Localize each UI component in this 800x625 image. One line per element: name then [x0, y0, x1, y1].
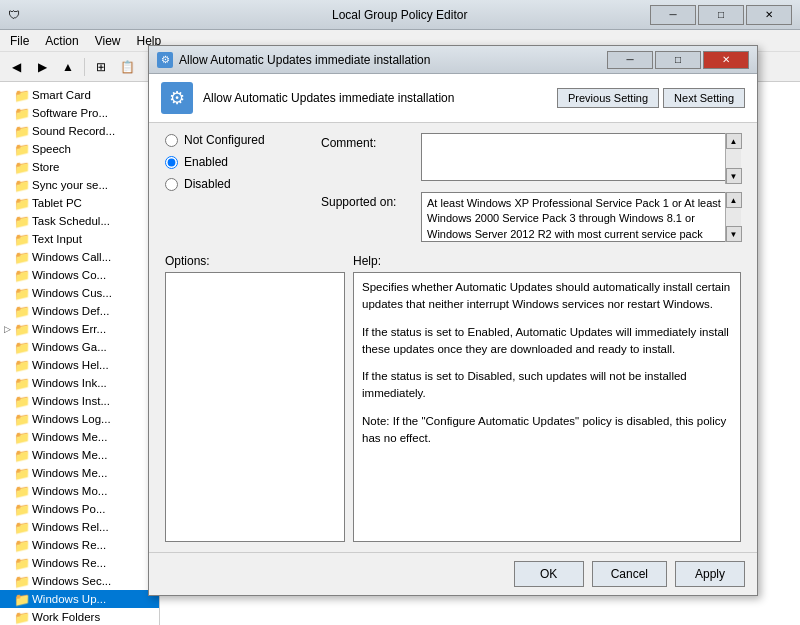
help-para-3: If the status is set to Disabled, such u…: [362, 368, 732, 403]
form-fields: Comment: ▲ ▼ Supported on:: [321, 133, 741, 250]
comment-label: Comment:: [321, 133, 421, 150]
help-para-1: Specifies whether Automatic Updates shou…: [362, 279, 732, 314]
dialog-nav-buttons: Previous Setting Next Setting: [557, 88, 745, 108]
cancel-button[interactable]: Cancel: [592, 561, 667, 587]
not-configured-radio[interactable]: [165, 134, 178, 147]
options-label: Options:: [165, 254, 345, 268]
dialog-body: Not Configured Enabled Disabled Comment:: [149, 123, 757, 552]
scroll-up-arrow[interactable]: ▲: [726, 133, 742, 149]
radio-enabled[interactable]: Enabled: [165, 155, 305, 169]
help-box: Specifies whether Automatic Updates shou…: [353, 272, 741, 542]
options-section: Options:: [165, 254, 345, 542]
ok-button[interactable]: OK: [514, 561, 584, 587]
next-setting-button[interactable]: Next Setting: [663, 88, 745, 108]
supported-scroll-up[interactable]: ▲: [726, 192, 742, 208]
dialog-title-bar: ⚙ Allow Automatic Updates immediate inst…: [149, 46, 757, 74]
dialog-title-controls: ─ □ ✕: [607, 51, 749, 69]
dialog-close-button[interactable]: ✕: [703, 51, 749, 69]
supported-scroll-down[interactable]: ▼: [726, 226, 742, 242]
comment-row: Comment: ▲ ▼: [321, 133, 741, 184]
supported-label: Supported on:: [321, 192, 421, 209]
radio-disabled[interactable]: Disabled: [165, 177, 305, 191]
comment-textarea[interactable]: [421, 133, 741, 181]
help-section: Help: Specifies whether Automatic Update…: [353, 254, 741, 542]
dialog-title-text: Allow Automatic Updates immediate instal…: [179, 53, 607, 67]
dialog-footer: OK Cancel Apply: [149, 552, 757, 595]
previous-setting-button[interactable]: Previous Setting: [557, 88, 659, 108]
apply-button[interactable]: Apply: [675, 561, 745, 587]
enabled-label: Enabled: [184, 155, 228, 169]
help-para-4: Note: If the "Configure Automatic Update…: [362, 413, 732, 448]
options-box: [165, 272, 345, 542]
scroll-down-arrow[interactable]: ▼: [726, 168, 742, 184]
dialog-header-icon: ⚙: [161, 82, 193, 114]
radio-section: Not Configured Enabled Disabled: [165, 133, 305, 250]
settings-dialog: ⚙ Allow Automatic Updates immediate inst…: [148, 45, 758, 596]
dialog-header: ⚙ Allow Automatic Updates immediate inst…: [149, 74, 757, 123]
supported-text: At least Windows XP Professional Service…: [421, 192, 741, 242]
disabled-radio[interactable]: [165, 178, 178, 191]
help-label: Help:: [353, 254, 741, 268]
dialog-header-title: Allow Automatic Updates immediate instal…: [203, 91, 557, 105]
enabled-radio[interactable]: [165, 156, 178, 169]
disabled-label: Disabled: [184, 177, 231, 191]
dialog-minimize-button[interactable]: ─: [607, 51, 653, 69]
dialog-overlay: ⚙ Allow Automatic Updates immediate inst…: [0, 0, 800, 625]
dialog-title-icon: ⚙: [157, 52, 173, 68]
help-para-2: If the status is set to Enabled, Automat…: [362, 324, 732, 359]
options-help-row: Options: Help: Specifies whether Automat…: [165, 254, 741, 542]
supported-row: Supported on: At least Windows XP Profes…: [321, 192, 741, 242]
radio-not-configured[interactable]: Not Configured: [165, 133, 305, 147]
dialog-maximize-button[interactable]: □: [655, 51, 701, 69]
not-configured-label: Not Configured: [184, 133, 265, 147]
